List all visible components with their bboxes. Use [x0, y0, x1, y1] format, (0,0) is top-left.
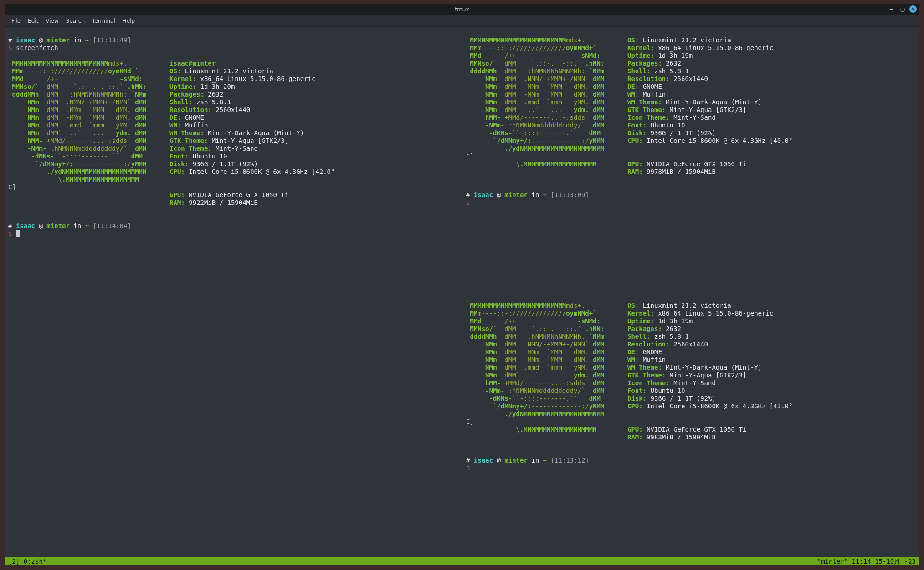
prompt-host: minter [504, 457, 528, 464]
prompt-user: isaac [474, 457, 493, 464]
prompt-in: in [73, 36, 81, 44]
prompt-host: minter [46, 222, 70, 229]
prompt-cwd: ~ [543, 457, 547, 464]
tmux-pane-left[interactable]: # isaac @ minter in ~ [11:13:49] $ scree… [5, 27, 462, 557]
minimize-button[interactable]: ─ [888, 5, 896, 13]
terminal-window: tmux ─ ▢ ✕ File Edit View Search Termina… [5, 4, 919, 565]
prompt-host: minter [504, 191, 528, 198]
terminal-area[interactable]: # isaac @ minter in ~ [11:13:49] $ scree… [5, 27, 919, 565]
titlebar: tmux ─ ▢ ✕ [5, 4, 919, 15]
menu-edit[interactable]: Edit [25, 17, 41, 25]
prompt-hash: # [466, 457, 470, 464]
prompt-in: in [531, 191, 539, 198]
prompt-at: @ [39, 36, 42, 44]
prompt-hash: # [466, 191, 470, 198]
menu-view[interactable]: View [42, 17, 62, 25]
tmux-panes: # isaac @ minter in ~ [11:13:49] $ scree… [5, 27, 919, 557]
menubar: File Edit View Search Terminal Help [5, 15, 919, 27]
prompt-in: in [73, 222, 81, 229]
prompt-host: minter [46, 36, 70, 44]
prompt-dollar: $ [466, 464, 470, 472]
status-left: [2] 0:zsh* [8, 558, 46, 565]
tmux-pane-right-column: MMMMMMMMMMMMMMMMMMMMMMMMMmds+. OS: Linux… [462, 27, 919, 557]
window-title: tmux [455, 6, 469, 13]
prompt-at: @ [497, 191, 500, 198]
screenfetch-output: MMMMMMMMMMMMMMMMMMMMMMMMMmds+. isaac@min… [8, 60, 459, 207]
prompt-user: isaac [16, 36, 35, 44]
command-text: screenfetch [16, 44, 58, 51]
prompt-time: [11:13:09] [550, 191, 589, 198]
prompt-dollar: $ [8, 44, 12, 51]
menu-search[interactable]: Search [63, 17, 88, 25]
prompt-in: in [531, 457, 539, 464]
prompt-at: @ [39, 222, 42, 229]
prompt-time: [11:13:49] [93, 36, 131, 44]
prompt-user: isaac [474, 191, 493, 198]
prompt-dollar: $ [8, 230, 12, 237]
screenfetch-output: MMMMMMMMMMMMMMMMMMMMMMMMMmds+. OS: Linux… [466, 36, 917, 176]
prompt-hash: # [8, 222, 12, 229]
cursor-icon [16, 230, 20, 237]
status-right: "minter" 11:14 15-10月 -23 [817, 558, 916, 565]
menu-terminal[interactable]: Terminal [89, 17, 118, 25]
prompt-at: @ [497, 457, 500, 464]
menu-help[interactable]: Help [119, 17, 138, 25]
prompt-user: isaac [16, 222, 35, 229]
prompt-hash: # [8, 36, 12, 44]
window-controls: ─ ▢ ✕ [888, 5, 917, 13]
tmux-pane-right-bottom[interactable]: MMMMMMMMMMMMMMMMMMMMMMMMMmds+. OS: Linux… [462, 292, 919, 557]
prompt-time: [11:14:04] [93, 222, 131, 229]
tmux-status-bar: [2] 0:zsh* "minter" 11:14 15-10月 -23 [5, 557, 919, 565]
prompt-cwd: ~ [543, 191, 547, 198]
prompt-cwd: ~ [85, 36, 89, 44]
prompt-dollar: $ [466, 199, 470, 206]
maximize-button[interactable]: ▢ [898, 5, 907, 13]
screenfetch-output: MMMMMMMMMMMMMMMMMMMMMMMMMmds+. OS: Linux… [466, 302, 917, 441]
menu-file[interactable]: File [8, 17, 24, 25]
close-button[interactable]: ✕ [909, 5, 917, 13]
tmux-pane-right-top[interactable]: MMMMMMMMMMMMMMMMMMMMMMMMMmds+. OS: Linux… [462, 27, 919, 292]
prompt-cwd: ~ [85, 222, 89, 229]
prompt-time: [11:13:12] [550, 457, 589, 464]
